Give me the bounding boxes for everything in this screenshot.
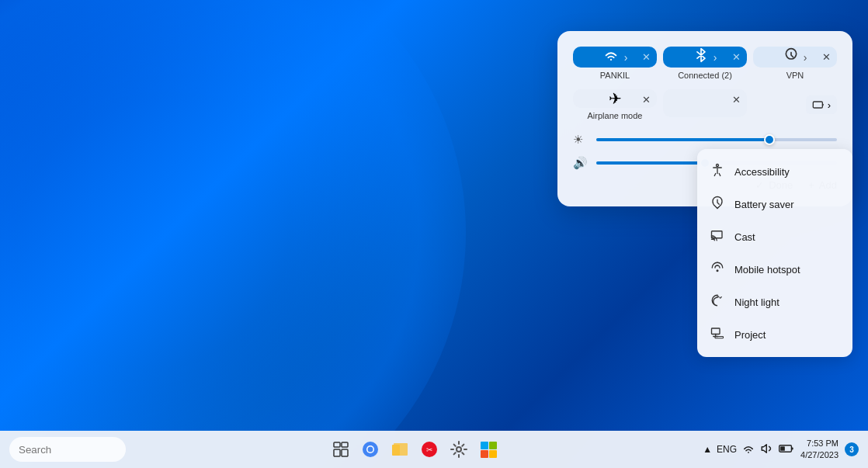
svg-rect-3: [342, 449, 348, 456]
vpn-expand-icon[interactable]: ›: [804, 51, 807, 64]
project-label: Project: [734, 329, 766, 341]
svg-rect-0: [334, 442, 340, 447]
wifi-tray-icon[interactable]: [741, 442, 755, 458]
svg-rect-24: [712, 231, 723, 238]
svg-point-20: [610, 59, 612, 61]
mobile-hotspot-icon: [710, 261, 725, 278]
svg-text:✂: ✂: [426, 445, 432, 454]
tray-expand-icon[interactable]: ▲: [703, 444, 712, 455]
wifi-icon: [602, 47, 620, 68]
svg-point-23: [717, 165, 719, 167]
mobile-hotspot-label: Mobile hotspot: [734, 264, 800, 276]
night-light-icon: [710, 293, 725, 310]
wifi-tile-wrapper: ✕ › PANKIL: [573, 47, 657, 80]
wifi-pin-icon: ✕: [642, 51, 651, 63]
svg-rect-15: [489, 450, 497, 458]
svg-rect-27: [712, 328, 720, 335]
menu-item-cast[interactable]: Cast: [697, 220, 852, 253]
bluetooth-label: Connected (2): [663, 71, 747, 80]
menu-item-accessibility[interactable]: Accessibility: [697, 155, 852, 188]
menu-item-mobile-hotspot[interactable]: Mobile hotspot: [697, 253, 852, 286]
airplane-icon: ✈: [609, 89, 622, 108]
vpn-label: VPN: [753, 71, 837, 80]
menu-item-battery-saver[interactable]: Battery saver: [697, 188, 852, 220]
cast-icon: [710, 228, 725, 245]
overflow-menu: Accessibility Battery saver Cast: [697, 149, 852, 357]
brightness-track: [596, 138, 837, 141]
bluetooth-icon: [693, 47, 709, 67]
svg-rect-13: [489, 442, 497, 449]
airplane-label: Airplane mode: [573, 111, 657, 120]
taskbar-icon-task-view[interactable]: [327, 435, 355, 463]
brightness-thumb[interactable]: [764, 134, 775, 145]
menu-item-night-light[interactable]: Night light: [697, 286, 852, 318]
airplane-tile-wrapper: ✕ ✈ Airplane mode: [573, 89, 657, 120]
wifi-label: PANKIL: [573, 71, 657, 80]
taskbar-left: [9, 437, 126, 462]
placeholder-tile[interactable]: ✕: [663, 89, 747, 117]
svg-point-11: [457, 447, 461, 452]
taskbar-center-icons: ✂: [327, 435, 502, 463]
placeholder-pin-icon: ✕: [732, 94, 741, 106]
language-indicator[interactable]: ENG: [717, 444, 737, 455]
svg-rect-22: [822, 104, 823, 106]
taskbar-icon-file-explorer[interactable]: [386, 435, 414, 463]
svg-rect-2: [334, 449, 340, 456]
notification-badge[interactable]: 3: [845, 442, 859, 456]
wifi-tile[interactable]: ✕ ›: [573, 47, 657, 68]
battery-expand-button[interactable]: ›: [806, 95, 837, 114]
bluetooth-pin-icon: ✕: [732, 51, 741, 63]
taskbar-icon-chrome[interactable]: [356, 435, 384, 463]
brightness-icon: ☀: [573, 133, 589, 147]
svg-point-16: [748, 451, 749, 452]
taskbar: ✂ ▲: [0, 431, 868, 468]
taskbar-icon-snip[interactable]: ✂: [415, 435, 443, 463]
taskbar-icon-settings[interactable]: [445, 435, 473, 463]
svg-point-6: [367, 447, 373, 452]
battery-saver-label: Battery saver: [734, 199, 794, 210]
system-clock[interactable]: 7:53 PM 4/27/2023: [800, 438, 838, 462]
menu-item-project[interactable]: Project: [697, 318, 852, 351]
vpn-icon: [783, 47, 799, 67]
project-icon: [710, 326, 725, 343]
svg-rect-12: [481, 442, 488, 449]
airplane-tile[interactable]: ✕ ✈: [573, 89, 657, 108]
search-input[interactable]: [9, 437, 126, 462]
battery-saver-icon: [710, 196, 725, 213]
svg-rect-8: [394, 443, 408, 456]
bluetooth-expand-icon[interactable]: ›: [713, 51, 717, 64]
vpn-tile[interactable]: ✕ ›: [753, 47, 837, 68]
wifi-expand-icon[interactable]: ›: [624, 51, 628, 64]
night-light-label: Night light: [734, 296, 779, 308]
bluetooth-tile-wrapper: ✕ › Connected (2): [663, 47, 747, 80]
airplane-pin-icon: ✕: [642, 94, 651, 106]
accessibility-label: Accessibility: [734, 166, 790, 178]
svg-point-25: [717, 269, 719, 272]
svg-rect-18: [791, 447, 793, 449]
tiles-row-1: ✕ › PANKIL ✕: [573, 47, 837, 80]
tiles-row-2: ✕ ✈ Airplane mode ✕ ›: [573, 89, 837, 120]
right-area: ›: [753, 89, 837, 120]
bluetooth-tile[interactable]: ✕ ›: [663, 47, 747, 68]
svg-rect-1: [342, 442, 348, 447]
brightness-fill: [596, 138, 769, 141]
cast-label: Cast: [734, 231, 755, 243]
clock-time: 7:53 PM: [807, 438, 838, 449]
volume-fill: [596, 161, 705, 165]
taskbar-icon-store[interactable]: [474, 435, 502, 463]
desktop-background: ✂ ▲: [0, 0, 868, 468]
clock-date: 4/27/2023: [800, 449, 838, 461]
battery-expand-icon: ›: [828, 99, 831, 111]
brightness-slider-row: ☀: [573, 133, 837, 147]
volume-tray-icon[interactable]: [760, 442, 774, 458]
vpn-tile-wrapper: ✕ › VPN: [753, 47, 837, 80]
system-tray: ▲ ENG: [703, 442, 794, 458]
volume-icon: 🔊: [573, 156, 589, 170]
placeholder-tile-wrapper: ✕: [663, 89, 747, 120]
svg-rect-14: [481, 450, 488, 458]
taskbar-right: ▲ ENG: [703, 438, 859, 462]
svg-rect-21: [813, 102, 822, 108]
accessibility-icon: [710, 163, 725, 180]
svg-rect-19: [780, 446, 785, 451]
battery-tray-icon[interactable]: [779, 442, 794, 458]
